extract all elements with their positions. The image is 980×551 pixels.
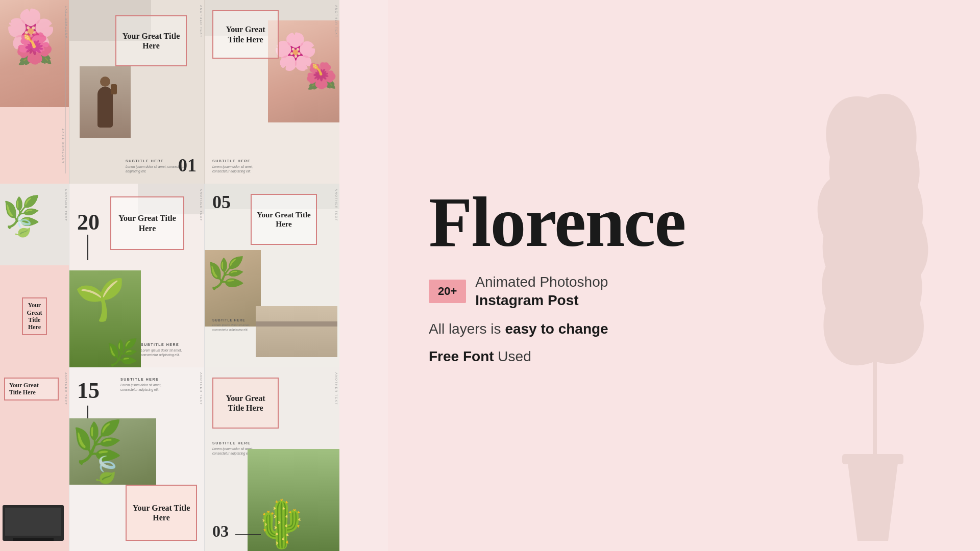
card-r3c2-number: 15 [77,378,100,404]
card-r1c2-title: Your Great Title Here [120,31,182,51]
card-r2c1: 🌿 🍃 YourGreatTitleHere ANOTHER TEXT [0,184,69,367]
plant-decoration [776,0,970,551]
card-r1c3-title: Your GreatTitle Here [226,24,265,44]
card-r2c3-number: 05 [212,191,231,213]
card-r2c1-title: YourGreatTitleHere [27,302,42,331]
feature-line3-post: Used [494,348,531,364]
card-r1c3: 🌸 🌺 Your GreatTitle Here SUBTITLE HERE L… [204,0,339,184]
card-r2c2-subtitle-body: Lorem ipsum dolor sit amet,consectetur a… [141,348,199,357]
card-r1c1: 🌸 🌺 ANOTHER TEXT ANOTHER TEXT [0,0,69,184]
r2c1-side-label: ANOTHER TEXT [64,189,67,221]
card-r2c3-subtitle-label: SUBTITLE HERE [212,318,253,322]
r1c1-side-label: ANOTHER TEXT [65,5,68,38]
card-r1c2-number: 01 [178,155,197,176]
r1c3-side-label: ANOTHER TEXT [335,5,338,38]
card-r3c1-title: Your GreatTitle Here [9,382,54,396]
card-r2c2-title: Your Great Title Here [115,213,179,233]
card-r1c2: Your Great Title Here SUBTITLE HERE Lore… [69,0,204,184]
card-r3c2: 15 SUBTITLE HERE Lorem ipsum dolor sit a… [69,367,204,551]
card-r1c3-subtitle-body: Lorem ipsum dolor sit amet,consectetur a… [212,164,299,173]
card-r3c2-subtitle-body: Lorem ipsum dolor sit amet,consectetur a… [120,383,199,392]
card-r2c2: 🌱 🌿 20 Your Great Title Here SUBTITLE HE… [69,184,204,367]
right-section: Florence 20+ Animated Photoshop Instagra… [388,0,980,551]
badge-number: 20+ [429,280,466,303]
r2c2-side-label: ANOTHER TEXT [200,189,203,221]
card-r3c2-title: Your Great Title Here [131,503,192,522]
feature-line2-pre: All layers is [429,321,505,337]
r3c1-side-label: ANOTHER TEXT [64,372,67,405]
feature-type-line1: Animated Photoshop [475,273,608,291]
card-r1c3-subtitle-label: SUBTITLE HERE [212,159,299,163]
card-r2c2-number: 20 [77,209,100,235]
card-r3c2-subtitle-label: SUBTITLE HERE [120,378,199,381]
feature-line2-bold: easy to change [505,321,608,337]
card-r3c3-number: 03 [212,522,229,541]
card-r2c2-subtitle-label: SUBTITLE HERE [141,343,199,346]
card-r2c3-title: Your Great Title Here [256,210,312,229]
card-r3c1: Your GreatTitle Here ANOTHER TEXT [0,367,69,551]
r2c3-side-label: ANOTHER TEXT [335,189,338,221]
feature-line3-bold: Free Font [429,348,494,364]
r3c3-side-label: ANOTHER TEXT [335,372,338,405]
card-r3c3-subtitle-label: SUBTITLE HERE [212,441,299,445]
feature-type-text: Animated Photoshop Instagram Post [475,273,608,310]
card-r2c3-subtitle-body: Lorem ipsum dolor sit amet,consectetur a… [212,323,253,332]
card-r3c3: Your Great Title Here SUBTITLE HERE Lore… [204,367,339,551]
feature-product-line: Instagram Post [475,291,608,310]
side-text-r1c1: ANOTHER TEXT [62,128,65,163]
card-r3c3-title: Your Great Title Here [217,393,274,413]
r3c2-side-label: ANOTHER TEXT [200,372,203,405]
template-grid: 🌸 🌺 ANOTHER TEXT ANOTHER TEXT Your Great… [0,0,388,551]
card-r2c3: 05 Your Great Title Here 🌿 SUBTITLE HERE… [204,184,339,367]
r1c2-side-label: ANOTHER TEXT [200,5,203,38]
svg-rect-7 [842,454,903,464]
